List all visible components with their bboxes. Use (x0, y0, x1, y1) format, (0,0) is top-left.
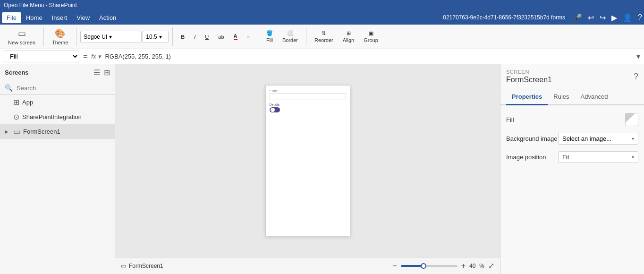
sharepoint-icon: ⊙ (13, 112, 19, 121)
menu-insert[interactable]: Insert (47, 12, 72, 23)
img-position-selector[interactable]: Fit ▾ (558, 151, 638, 163)
panel-content: Fill Background image Select an image...… (500, 105, 644, 177)
align-group-button[interactable]: ⊞ Align (339, 28, 358, 45)
bg-image-selector[interactable]: Select an image... ▾ (558, 133, 638, 145)
strikethrough-button[interactable]: ab (214, 32, 228, 42)
theme-button[interactable]: 🎨 Theme (48, 26, 72, 48)
screens-header-icons: ☰ ⊞ (93, 68, 110, 77)
tree-item-sharepoint[interactable]: ⊙ SharePointIntegration (0, 110, 115, 124)
preview-title-field (270, 94, 346, 100)
menu-home[interactable]: Home (21, 12, 47, 23)
search-box: 🔍 (0, 81, 115, 95)
img-position-arrow-icon: ▾ (632, 154, 634, 160)
font-selector[interactable]: Segoe UI ▾ (80, 31, 142, 43)
tab-properties[interactable]: Properties (506, 89, 548, 105)
new-screen-icon: ▭ (18, 28, 26, 39)
font-color-icon: A (234, 33, 237, 40)
underline-button[interactable]: U (201, 32, 213, 42)
ribbon-fill-group: 🪣 Fill ⬜ Border (262, 28, 302, 45)
mic-icon[interactable]: 🎤 (573, 13, 582, 22)
bottom-bar: ▭ FormScreen1 − + 40 % ⤢ (115, 257, 500, 274)
bottom-screen-label: FormScreen1 (129, 263, 163, 269)
tab-advanced[interactable]: Advanced (575, 89, 614, 105)
help-icon-menu[interactable]: ? (638, 13, 642, 22)
user-icon[interactable]: 👤 (623, 13, 632, 22)
fill-prop-control (625, 113, 638, 126)
fill-button[interactable]: 🪣 Fill (262, 28, 277, 45)
right-panel: SCREEN FormScreen1 ? Properties Rules Ad… (500, 64, 644, 274)
group-button[interactable]: ▣ Group (359, 28, 382, 45)
font-size-value: 10.5 (146, 34, 157, 40)
preview-details-label: Details (270, 103, 346, 106)
menu-bar: File Home Insert View Action 02170763-9e… (0, 10, 644, 25)
ribbon-sep-3 (172, 27, 173, 46)
font-value: Segoe UI (84, 34, 107, 40)
ribbon-new-screen-group: ▭ New screen (4, 26, 40, 48)
formula-chevron-icon[interactable]: ▾ (98, 53, 101, 60)
canvas-workspace[interactable]: * Title Details (115, 64, 500, 257)
formula-expand-icon[interactable]: ▾ (636, 52, 640, 61)
redo-icon[interactable]: ↪ (600, 13, 606, 22)
screens-title: Screens (5, 69, 29, 76)
right-panel-help-icon[interactable]: ? (634, 72, 638, 82)
panel-tabs: Properties Rules Advanced (500, 89, 644, 105)
background-image-row: Background image Select an image... ▾ (506, 133, 638, 145)
zoom-minus-button[interactable]: − (392, 262, 397, 270)
tree-item-sharepoint-label: SharePointIntegration (22, 113, 82, 120)
fill-label: Fill (266, 37, 273, 43)
font-color-button[interactable]: A (229, 31, 242, 43)
image-position-row: Image position Fit ▾ (506, 151, 638, 163)
tree-item-formscreen1[interactable]: ▶ ▭ FormScreen1 (0, 124, 115, 139)
title-bar-text: Open File Menu · SharePoint (4, 2, 77, 9)
reorder-label: Reorder (314, 37, 333, 43)
border-button[interactable]: ⬜ Border (278, 28, 302, 45)
ribbon-sep-1 (43, 27, 44, 46)
new-screen-label: New screen (8, 40, 35, 45)
play-icon[interactable]: ▶ (611, 13, 617, 22)
menu-action[interactable]: Action (94, 12, 121, 23)
fill-swatch[interactable] (625, 113, 638, 126)
img-position-value: Fit (562, 154, 569, 161)
italic-button[interactable]: I (190, 32, 200, 42)
title-bar: Open File Menu · SharePoint (0, 0, 644, 10)
expand-icon[interactable]: ⤢ (488, 261, 494, 270)
menu-icons: 🎤 ↩ ↪ ▶ 👤 ? (573, 13, 642, 22)
screen-label: SCREEN (506, 69, 552, 75)
formula-fx-group: fx ▾ (91, 53, 101, 60)
strikethrough-icon: ab (218, 34, 224, 40)
tree-items: ⊞ App ⊙ SharePointIntegration ▶ ▭ FormSc… (0, 95, 115, 274)
grid-view-icon[interactable]: ⊞ (104, 68, 110, 77)
new-screen-button[interactable]: ▭ New screen (4, 26, 40, 48)
font-size-selector[interactable]: 10.5 ▾ (143, 31, 169, 43)
menu-file[interactable]: File (2, 12, 21, 23)
group-icon: ▣ (369, 30, 373, 36)
zoom-plus-button[interactable]: + (461, 262, 466, 270)
zoom-slider-thumb (421, 263, 426, 269)
align-group-icon: ⊞ (347, 30, 351, 36)
tree-item-app[interactable]: ⊞ App (0, 95, 115, 110)
zoom-slider-fill (401, 265, 424, 267)
tab-rules[interactable]: Rules (548, 89, 575, 105)
list-view-icon[interactable]: ☰ (93, 68, 100, 77)
align-button[interactable]: ≡ (243, 32, 254, 42)
ribbon-theme-group: 🎨 Theme (48, 26, 72, 48)
form-id: 02170763-9e2c-4d71-8656-7f3232515b7d for… (443, 14, 565, 21)
zoom-slider[interactable] (401, 265, 458, 267)
reorder-button[interactable]: ⇅ Reorder (310, 28, 338, 45)
main-content: Screens ☰ ⊞ 🔍 ⊞ App ⊙ SharePointIntegrat… (0, 64, 644, 274)
zoom-controls: − + 40 % ⤢ (392, 261, 494, 270)
menu-view[interactable]: View (72, 12, 94, 23)
formula-input[interactable] (105, 53, 633, 60)
search-input[interactable] (17, 85, 110, 92)
left-panel: Screens ☰ ⊞ 🔍 ⊞ App ⊙ SharePointIntegrat… (0, 64, 115, 274)
property-selector[interactable]: Fill (4, 51, 79, 62)
app-icon: ⊞ (13, 98, 19, 107)
right-panel-header: SCREEN FormScreen1 ? (500, 64, 644, 89)
formula-fx-btn[interactable]: fx (91, 53, 96, 60)
screen-icon: ▭ (13, 127, 20, 136)
bold-button[interactable]: B (177, 32, 189, 42)
fill-swatch-gradient (626, 113, 635, 123)
fx-italic-icon: fx (91, 53, 96, 60)
underline-icon: U (205, 34, 209, 40)
undo-icon[interactable]: ↩ (588, 13, 594, 22)
